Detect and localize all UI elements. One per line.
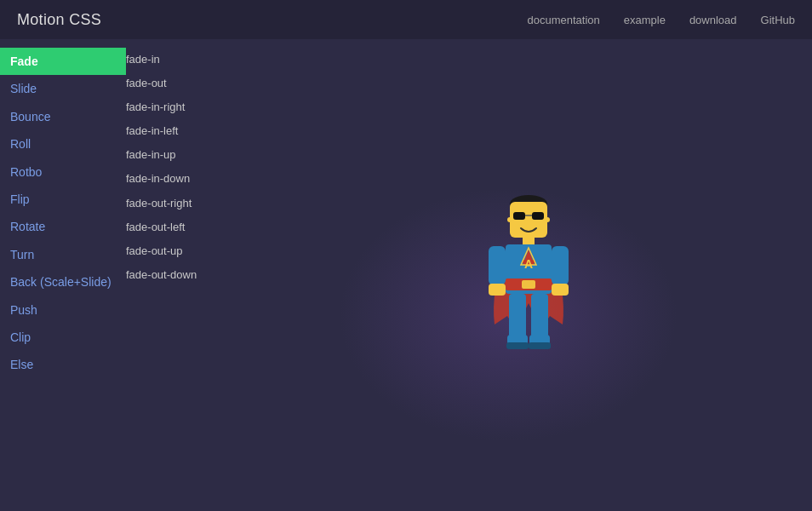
nav-links: documentation example download GitHub	[527, 14, 795, 26]
submenu-fade-out-left[interactable]: fade-out-left	[126, 215, 245, 239]
svg-text:A: A	[524, 257, 533, 271]
sidebar-item-back[interactable]: Back (Scale+Slide)	[0, 268, 126, 296]
sidebar-item-flip[interactable]: Flip	[0, 186, 126, 213]
submenu-fade-out-right[interactable]: fade-out-right	[126, 192, 245, 215]
svg-point-6	[545, 217, 550, 222]
sidebar-item-push[interactable]: Push	[0, 296, 126, 324]
app-title: Motion CSS	[17, 11, 101, 29]
nav-download[interactable]: download	[689, 14, 737, 26]
submenu-fade-in-left[interactable]: fade-in-left	[126, 119, 245, 143]
svg-rect-10	[522, 280, 535, 289]
sidebar-item-clip[interactable]: Clip	[0, 324, 126, 351]
submenu-fade-in-right[interactable]: fade-in-right	[126, 95, 245, 119]
svg-rect-19	[509, 294, 526, 338]
sidebar-item-fade[interactable]: Fade	[0, 48, 126, 75]
svg-rect-16	[489, 284, 506, 296]
svg-point-5	[507, 217, 512, 222]
app-header: Motion CSS documentation example downloa…	[0, 0, 812, 39]
nav-documentation[interactable]: documentation	[527, 14, 599, 26]
sidebar-item-rotate[interactable]: Rotate	[0, 213, 126, 240]
nav-example[interactable]: example	[624, 14, 666, 26]
svg-rect-24	[529, 342, 551, 349]
sidebar: Fade Slide Bounce Roll Rotbo Flip Rotate…	[0, 39, 126, 511]
svg-rect-17	[552, 246, 569, 285]
sidebar-item-roll[interactable]: Roll	[0, 130, 126, 158]
submenu: fade-in fade-out fade-in-right fade-in-l…	[126, 39, 245, 511]
submenu-fade-out[interactable]: fade-out	[126, 72, 245, 95]
sidebar-item-bounce[interactable]: Bounce	[0, 103, 126, 130]
sidebar-item-turn[interactable]: Turn	[0, 241, 126, 268]
submenu-fade-in[interactable]: fade-in	[126, 48, 245, 72]
main-content: Fade Slide Bounce Roll Rotbo Flip Rotate…	[0, 39, 812, 511]
sidebar-item-else[interactable]: Else	[0, 351, 126, 378]
svg-rect-2	[513, 212, 525, 220]
nav-github[interactable]: GitHub	[761, 14, 795, 26]
lego-figure-container: A	[473, 180, 584, 370]
sidebar-item-slide[interactable]: Slide	[0, 75, 126, 102]
svg-rect-18	[552, 284, 569, 296]
svg-rect-7	[523, 238, 535, 244]
submenu-fade-in-up[interactable]: fade-in-up	[126, 143, 245, 167]
sidebar-item-rotbo[interactable]: Rotbo	[0, 158, 126, 186]
submenu-fade-out-up[interactable]: fade-out-up	[126, 239, 245, 263]
svg-rect-21	[531, 294, 548, 338]
svg-rect-23	[506, 342, 529, 349]
content-area: A	[245, 39, 812, 511]
svg-rect-3	[532, 212, 544, 220]
submenu-fade-out-down[interactable]: fade-out-down	[126, 263, 245, 287]
svg-rect-15	[489, 246, 506, 285]
lego-figure: A	[473, 180, 584, 367]
submenu-fade-in-down[interactable]: fade-in-down	[126, 167, 245, 191]
